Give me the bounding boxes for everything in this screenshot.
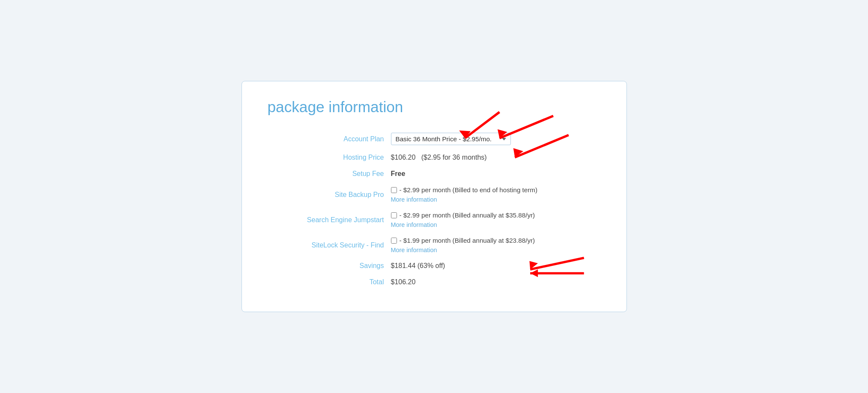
sitelock-detail: - $1.99 per month (Billed annually at $2… [400,237,535,244]
site-backup-value-cell: - $2.99 per month (Billed to end of host… [388,182,601,207]
account-plan-label: Account Plan [268,128,388,149]
hosting-price-value: $106.20 ($2.95 for 36 months) [388,149,601,166]
savings-value: $181.44 (63% off) [388,258,601,274]
search-engine-label: Search Engine Jumpstart [268,207,388,232]
search-engine-checkbox[interactable] [391,212,397,218]
setup-fee-value: Free [388,166,601,182]
hosting-price-label: Hosting Price [268,149,388,166]
search-engine-checkbox-line: - $2.99 per month (Billed annually at $3… [391,211,535,219]
page-title: package information [268,98,601,116]
setup-fee-label: Setup Fee [268,166,388,182]
sitelock-value-cell: - $1.99 per month (Billed annually at $2… [388,232,601,258]
sitelock-checkbox-line: - $1.99 per month (Billed annually at $2… [391,237,535,244]
savings-row: Savings $181.44 (63% off) [268,258,601,274]
site-backup-checkbox[interactable] [391,187,397,193]
hosting-price-amount: $106.20 [391,154,416,161]
hosting-price-row: Hosting Price $106.20 ($2.95 for 36 mont… [268,149,601,166]
sitelock-checkbox-row: - $1.99 per month (Billed annually at $2… [391,237,597,253]
savings-label: Savings [268,258,388,274]
site-backup-checkbox-line: - $2.99 per month (Billed to end of host… [391,186,537,194]
site-backup-detail: - $2.99 per month (Billed to end of host… [400,186,537,194]
search-engine-detail: - $2.99 per month (Billed annually at $3… [400,211,535,219]
total-value: $106.20 [388,274,601,290]
hosting-price-detail: ($2.95 for 36 months) [421,154,487,161]
sitelock-label: SiteLock Security - Find [268,232,388,258]
sitelock-checkbox[interactable] [391,238,397,244]
search-engine-value-cell: - $2.99 per month (Billed annually at $3… [388,207,601,232]
package-information-card: package information Account Plan Basic 3… [242,81,627,312]
site-backup-label: Site Backup Pro [268,182,388,207]
account-plan-select[interactable]: Basic 36 Month Price - $2.95/mo.Basic 12… [391,133,511,145]
sitelock-row: SiteLock Security - Find - $1.99 per mon… [268,232,601,258]
account-plan-row: Account Plan Basic 36 Month Price - $2.9… [268,128,601,149]
site-backup-row: Site Backup Pro - $2.99 per month (Bille… [268,182,601,207]
search-engine-more-info[interactable]: More information [391,221,437,228]
site-backup-checkbox-row: - $2.99 per month (Billed to end of host… [391,186,597,203]
sitelock-more-info[interactable]: More information [391,247,437,253]
search-engine-checkbox-row: - $2.99 per month (Billed annually at $3… [391,211,597,228]
account-plan-value-cell: Basic 36 Month Price - $2.95/mo.Basic 12… [388,128,601,149]
package-form-table: Account Plan Basic 36 Month Price - $2.9… [268,128,601,290]
setup-fee-row: Setup Fee Free [268,166,601,182]
site-backup-more-info[interactable]: More information [391,196,437,203]
search-engine-row: Search Engine Jumpstart - $2.99 per mont… [268,207,601,232]
total-row: Total $106.20 [268,274,601,290]
total-label: Total [268,274,388,290]
